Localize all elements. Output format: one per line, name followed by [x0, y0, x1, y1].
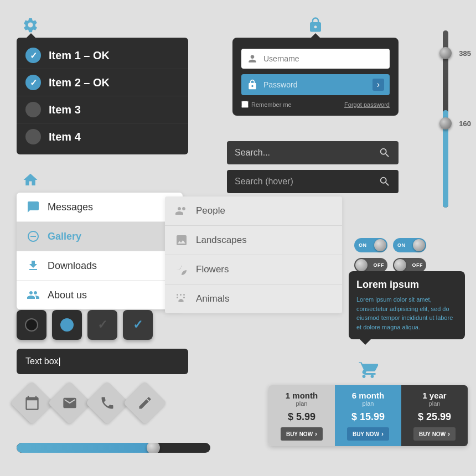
checkbox-checked[interactable]: ✓ — [123, 310, 153, 340]
checklist-item-1[interactable]: Item 1 – OK — [17, 42, 188, 69]
slider-thumb-bottom[interactable]: 160 — [439, 117, 452, 130]
search-widget — [227, 141, 399, 199]
cart-icon — [268, 360, 468, 382]
sub-label-flowers: Flowers — [196, 264, 229, 275]
toggle-on-1: ON — [354, 238, 387, 252]
checklist-item-2[interactable]: Item 2 – OK — [17, 69, 188, 96]
vertical-slider: 385 160 — [437, 30, 454, 208]
toggle-switch-3[interactable]: OFF — [354, 258, 387, 272]
password-input[interactable] — [263, 80, 372, 89]
pricing-col-1year: 1 year plan $ 25.99 BUY NOW › — [401, 385, 468, 446]
text-box-input[interactable] — [17, 349, 188, 374]
progress-fill — [17, 443, 156, 453]
toggle-off-2: OFF — [393, 258, 426, 272]
buy-button-2[interactable]: BUY NOW › — [347, 427, 389, 441]
phone-icon — [100, 395, 115, 411]
pricing-plan-1: plan — [296, 400, 308, 407]
sub-label-people: People — [196, 205, 225, 216]
calendar-button[interactable] — [10, 381, 54, 425]
nav-item-messages[interactable]: Messages — [17, 193, 183, 222]
nav-label-gallery: Gallery — [48, 231, 81, 242]
search-bar-1[interactable] — [227, 141, 399, 164]
login-submit-button[interactable]: › — [372, 79, 384, 91]
controls-widget: ✓ ✓ — [17, 310, 153, 340]
check-mark-gray: ✓ — [97, 318, 107, 332]
lorem-widget: Lorem ipsum Lorem ipsum dolor sit amet, … — [349, 271, 465, 339]
nav-item-gallery[interactable]: Gallery — [17, 222, 183, 251]
pricing-price-2: $ 15.99 — [351, 411, 385, 423]
checklist-label-4: Item 4 — [49, 131, 81, 143]
pricing-period-1: 1 month — [286, 391, 318, 400]
toggle-knob-2 — [413, 239, 425, 251]
progress-track[interactable] — [17, 443, 210, 453]
edit-button[interactable] — [123, 381, 167, 425]
pricing-price-1: $ 5.99 — [288, 411, 315, 423]
nav-menu-box: Messages Gallery Downloads About us — [17, 193, 183, 309]
pricing-plan-3: plan — [429, 400, 441, 407]
username-input[interactable] — [263, 54, 384, 63]
check-icon-4 — [25, 129, 41, 144]
sub-label-animals: Animals — [196, 293, 229, 304]
check-icon-1 — [25, 48, 41, 63]
buy-button-3[interactable]: BUY NOW › — [413, 427, 456, 441]
radio-button-off[interactable] — [17, 310, 46, 340]
checklist-label-3: Item 3 — [49, 104, 81, 116]
checklist-item-3[interactable]: Item 3 — [17, 96, 188, 123]
pricing-plan-2: plan — [363, 400, 374, 407]
nav-item-downloads[interactable]: Downloads — [17, 251, 183, 281]
lorem-box: Lorem ipsum Lorem ipsum dolor sit amet, … — [349, 271, 465, 339]
toggle-knob-4 — [394, 259, 406, 271]
toggle-switch-4[interactable]: OFF — [393, 258, 426, 272]
checklist-label-2: Item 2 – OK — [49, 76, 110, 89]
radio-button-on[interactable] — [52, 310, 82, 340]
checklist-box: Item 1 – OK Item 2 – OK Item 3 Item 4 — [17, 38, 188, 154]
radio-inner-off — [25, 318, 38, 332]
check-icon-3 — [25, 102, 41, 117]
checkbox-unchecked[interactable]: ✓ — [87, 310, 117, 340]
edit-icon — [137, 395, 153, 411]
sub-item-landscapes[interactable]: Landscapes — [165, 226, 342, 255]
pricing-widget: 1 month plan $ 5.99 BUY NOW › 6 month pl… — [268, 360, 468, 446]
toggle-switch-2[interactable]: ON — [393, 238, 426, 252]
checklist-item-4[interactable]: Item 4 — [17, 123, 188, 150]
slider-value-bottom: 160 — [459, 120, 471, 128]
login-widget: › Remember me Forgot password — [232, 17, 399, 116]
sub-menu-widget: People Landscapes Flowers Animals — [165, 196, 342, 313]
progress-thumb[interactable] — [147, 443, 160, 453]
pricing-col-6month: 6 month plan $ 15.99 BUY NOW › — [335, 385, 401, 446]
check-icon-2 — [25, 75, 41, 90]
search-input-hover[interactable] — [235, 177, 379, 187]
buy-button-1[interactable]: BUY NOW › — [281, 427, 323, 441]
sub-item-animals[interactable]: Animals — [165, 284, 342, 313]
login-box: › Remember me Forgot password — [232, 38, 399, 116]
password-field[interactable]: › — [241, 74, 390, 95]
search-input-1[interactable] — [235, 148, 379, 158]
username-field[interactable] — [241, 49, 390, 69]
sub-item-flowers[interactable]: Flowers — [165, 255, 342, 284]
remember-me-checkbox[interactable] — [241, 101, 249, 108]
checklist-label-1: Item 1 – OK — [49, 49, 110, 62]
toggle-label-2: ON — [397, 242, 406, 248]
calendar-icon — [24, 395, 40, 411]
pricing-period-3: 1 year — [422, 391, 446, 400]
remember-me-label[interactable]: Remember me — [241, 101, 292, 108]
toggle-knob-1 — [374, 239, 386, 251]
forgot-password-link[interactable]: Forgot password — [344, 101, 390, 108]
search-bar-hover[interactable] — [227, 170, 399, 193]
toggle-label-3: OFF — [374, 262, 385, 268]
gear-icon — [22, 17, 188, 35]
toggle-switch-1[interactable]: ON — [354, 238, 387, 252]
home-icon — [22, 172, 183, 190]
icon-buttons-widget — [17, 387, 161, 418]
toggles-widget: ON ON OFF OFF — [354, 238, 426, 272]
textbox-widget — [17, 349, 188, 374]
sub-item-people[interactable]: People — [165, 196, 342, 226]
toggle-label-1: ON — [359, 242, 367, 248]
nav-label-messages: Messages — [48, 201, 93, 213]
mail-button[interactable] — [48, 381, 91, 425]
phone-button[interactable] — [85, 381, 129, 425]
nav-item-about[interactable]: About us — [17, 281, 183, 309]
slider-thumb-top[interactable]: 385 — [439, 47, 452, 59]
toggle-knob-3 — [355, 259, 368, 271]
lorem-body: Lorem ipsum dolor sit amet, consectetur … — [356, 295, 457, 332]
